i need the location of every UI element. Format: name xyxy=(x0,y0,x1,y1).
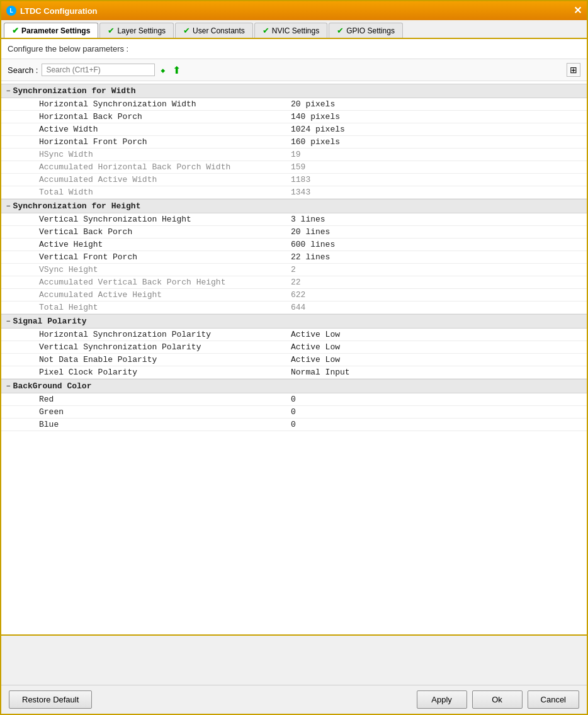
section-header-sync_width[interactable]: − Synchronization for Width xyxy=(1,84,587,98)
param-name: Active Height xyxy=(1,240,291,249)
restore-default-button[interactable]: Restore Default xyxy=(9,690,92,709)
param-row[interactable]: Green0 xyxy=(1,406,587,419)
tab-gpio-settings-label: GPIO Settings xyxy=(346,26,395,35)
param-row[interactable]: Vertical Synchronization PolarityActive … xyxy=(1,341,587,354)
param-name: Total Width xyxy=(1,188,291,197)
tab-layer-settings[interactable]: ✔ Layer Settings xyxy=(99,23,174,38)
tab-check-icon: ✔ xyxy=(108,26,115,35)
param-row[interactable]: Accumulated Horizontal Back Porch Width1… xyxy=(1,161,587,174)
param-value: 2 xyxy=(291,265,296,274)
tab-nvic-settings-label: NVIC Settings xyxy=(272,26,319,35)
search-input[interactable] xyxy=(42,64,155,76)
tab-check-icon: ✔ xyxy=(337,26,344,35)
param-row[interactable]: Accumulated Active Width1183 xyxy=(1,174,587,186)
param-row[interactable]: Total Width1343 xyxy=(1,186,587,199)
param-name: Vertical Back Porch xyxy=(1,227,291,237)
tab-nvic-settings[interactable]: ✔ NVIC Settings xyxy=(254,23,327,38)
param-row[interactable]: Vertical Front Porch22 lines xyxy=(1,251,587,264)
param-row[interactable]: Active Width1024 pixels xyxy=(1,123,587,136)
param-value[interactable]: Active Low xyxy=(291,355,340,364)
tab-gpio-settings[interactable]: ✔ GPIO Settings xyxy=(329,23,403,38)
tab-user-constants-label: User Constants xyxy=(193,26,245,35)
param-row[interactable]: Pixel Clock PolarityNormal Input xyxy=(1,366,587,379)
param-row[interactable]: Horizontal Synchronization Width20 pixel… xyxy=(1,98,587,111)
param-row[interactable]: Horizontal Front Porch160 pixels xyxy=(1,136,587,149)
grid-view-button[interactable]: ⊞ xyxy=(567,63,580,77)
param-value[interactable]: 20 lines xyxy=(291,227,330,237)
param-name: Not Data Enable Polarity xyxy=(1,355,291,364)
param-value[interactable]: 20 pixels xyxy=(291,99,335,109)
collapse-icon[interactable]: − xyxy=(6,383,11,390)
param-value: 159 xyxy=(291,162,305,172)
main-window: L LTDC Configuration ✕ ✔ Parameter Setti… xyxy=(0,0,588,715)
param-value[interactable]: 0 xyxy=(291,420,296,429)
title-bar-left: L LTDC Configuration xyxy=(6,6,98,16)
param-row[interactable]: Horizontal Back Porch140 pixels xyxy=(1,111,587,123)
param-value[interactable]: 0 xyxy=(291,395,296,404)
param-row[interactable]: Vertical Back Porch20 lines xyxy=(1,226,587,239)
configure-label: Configure the below parameters : xyxy=(1,39,587,59)
cancel-button[interactable]: Cancel xyxy=(528,690,579,709)
search-next-button[interactable]: ⬆ xyxy=(171,64,182,76)
param-row[interactable]: Red0 xyxy=(1,393,587,406)
param-value[interactable]: 160 pixels xyxy=(291,137,340,147)
param-value[interactable]: Active Low xyxy=(291,330,340,339)
tab-check-icon: ✔ xyxy=(263,26,269,35)
search-prev-button[interactable]: ⬥ xyxy=(159,64,167,76)
close-button[interactable]: ✕ xyxy=(574,6,582,16)
param-name: Accumulated Horizontal Back Porch Width xyxy=(1,162,291,172)
param-value[interactable]: 1024 pixels xyxy=(291,125,345,134)
param-name: Accumulated Active Height xyxy=(1,290,291,300)
app-icon: L xyxy=(6,6,16,16)
param-value[interactable]: Active Low xyxy=(291,342,340,352)
section-header-sync_height[interactable]: − Synchronization for Height xyxy=(1,199,587,213)
footer-right: Apply Ok Cancel xyxy=(417,690,579,709)
tab-check-icon: ✔ xyxy=(183,26,190,35)
param-value[interactable]: 0 xyxy=(291,407,296,417)
collapse-icon[interactable]: − xyxy=(6,318,11,325)
window-title: LTDC Configuration xyxy=(20,6,98,16)
param-value: 644 xyxy=(291,303,305,312)
param-name: Vertical Synchronization Polarity xyxy=(1,342,291,352)
search-label: Search : xyxy=(8,65,38,75)
param-name: Pixel Clock Polarity xyxy=(1,368,291,377)
param-value[interactable]: 22 lines xyxy=(291,252,330,262)
param-name: Red xyxy=(1,395,291,404)
apply-button[interactable]: Apply xyxy=(417,690,467,709)
param-row[interactable]: Accumulated Active Height622 xyxy=(1,289,587,301)
param-row[interactable]: HSync Width19 xyxy=(1,149,587,161)
tab-layer-settings-label: Layer Settings xyxy=(117,26,166,35)
param-value[interactable]: 140 pixels xyxy=(291,112,340,121)
param-row[interactable]: Not Data Enable PolarityActive Low xyxy=(1,354,587,366)
param-value[interactable]: Normal Input xyxy=(291,368,350,377)
param-name: Blue xyxy=(1,420,291,429)
tab-check-icon: ✔ xyxy=(12,26,19,35)
param-row[interactable]: Blue0 xyxy=(1,419,587,431)
param-name: Accumulated Active Width xyxy=(1,175,291,184)
param-row[interactable]: Accumulated Vertical Back Porch Height22 xyxy=(1,276,587,289)
param-row[interactable]: Total Height644 xyxy=(1,301,587,314)
param-value[interactable]: 3 lines xyxy=(291,215,325,224)
param-name: Vertical Front Porch xyxy=(1,252,291,262)
tab-bar: ✔ Parameter Settings ✔ Layer Settings ✔ … xyxy=(1,20,587,39)
param-name: HSync Width xyxy=(1,150,291,159)
param-value: 1343 xyxy=(291,188,310,197)
collapse-icon[interactable]: − xyxy=(6,87,11,95)
param-row[interactable]: Horizontal Synchronization PolarityActiv… xyxy=(1,329,587,341)
bottom-area xyxy=(1,634,587,685)
title-bar: L LTDC Configuration ✕ xyxy=(1,1,587,20)
collapse-icon[interactable]: − xyxy=(6,203,11,210)
param-row[interactable]: Active Height600 lines xyxy=(1,239,587,251)
param-name: Accumulated Vertical Back Porch Height xyxy=(1,278,291,287)
param-value[interactable]: 600 lines xyxy=(291,240,335,249)
param-row[interactable]: Vertical Synchronization Height3 lines xyxy=(1,213,587,226)
param-name: VSync Height xyxy=(1,265,291,274)
tab-user-constants[interactable]: ✔ User Constants xyxy=(175,23,253,38)
ok-button[interactable]: Ok xyxy=(472,690,523,709)
tab-parameter-settings[interactable]: ✔ Parameter Settings xyxy=(4,23,98,38)
section-header-background_color[interactable]: − BackGround Color xyxy=(1,379,587,393)
param-name: Horizontal Back Porch xyxy=(1,112,291,121)
param-name: Horizontal Synchronization Polarity xyxy=(1,330,291,339)
param-row[interactable]: VSync Height2 xyxy=(1,264,587,276)
section-header-signal_polarity[interactable]: − Signal Polarity xyxy=(1,314,587,329)
